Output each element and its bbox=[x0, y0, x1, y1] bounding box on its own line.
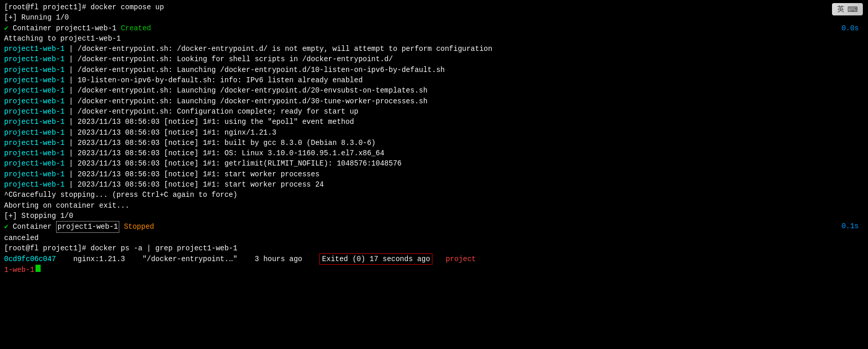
log-msg: | 2023/11/13 08:56:03 [notice] 1#1: usin… bbox=[65, 117, 354, 127]
status-created: Created bbox=[121, 23, 151, 33]
ps-spacer5 bbox=[432, 254, 445, 264]
terminal-line: ✔ Container project1-web-1 Created 0.0s bbox=[4, 23, 864, 33]
terminal-line: canceled bbox=[4, 233, 864, 243]
space bbox=[119, 222, 123, 232]
ps-spacer2 bbox=[125, 254, 142, 264]
terminal-line: ✔ Container project1-web-1 Stopped 0.1s bbox=[4, 221, 864, 232]
created-time: 3 hours ago bbox=[255, 254, 302, 264]
terminal-line: Aborting on container exit... bbox=[4, 200, 864, 211]
container-prefix: project1-web-1 bbox=[4, 54, 65, 64]
log-msg: | 2023/11/13 08:56:03 [notice] 1#1: getr… bbox=[65, 158, 402, 169]
terminal-line: project1-web-1 | 2023/11/13 08:56:03 [no… bbox=[4, 179, 864, 190]
container-prefix: project1-web-1 bbox=[4, 158, 65, 169]
terminal-line: project1-web-1 | 2023/11/13 08:56:03 [no… bbox=[4, 117, 864, 127]
terminal-line-last: 1-web-1 bbox=[4, 265, 864, 275]
terminal-line: project1-web-1 | 10-listen-on-ipv6-by-de… bbox=[4, 75, 864, 85]
log-msg: | /docker-entrypoint.sh: Launching /dock… bbox=[65, 96, 428, 106]
status-stopped: Stopped bbox=[124, 222, 154, 232]
terminal-line: [+] Stopping 1/0 bbox=[4, 211, 864, 221]
terminal-line: Attaching to project1-web-1 bbox=[4, 33, 864, 44]
terminal-line: project1-web-1 | 2023/11/13 08:56:03 [no… bbox=[4, 138, 864, 148]
terminal-line: project1-web-1 | 2023/11/13 08:56:03 [no… bbox=[4, 127, 864, 138]
container-prefix: project1-web-1 bbox=[4, 169, 65, 179]
terminal-line: project1-web-1 | /docker-entrypoint.sh: … bbox=[4, 85, 864, 96]
command-col: "/docker-entrypoint.…" bbox=[142, 254, 238, 264]
container-name-highlight: project1-web-1 bbox=[56, 221, 120, 232]
timestamp-01s: 0.1s bbox=[841, 221, 859, 231]
container-prefix: project1-web-1 bbox=[4, 85, 65, 96]
timestamp-0s: 0.0s bbox=[841, 23, 859, 33]
log-msg: | /docker-entrypoint.sh: /docker-entrypo… bbox=[65, 44, 493, 54]
terminal-line: [+] Running 1/0 bbox=[4, 12, 864, 23]
project-name-part2: 1-web-1 bbox=[4, 265, 34, 275]
log-msg: | 2023/11/13 08:56:03 [notice] 1#1: ngin… bbox=[65, 127, 277, 138]
container-prefix: project1-web-1 bbox=[4, 106, 65, 117]
cursor-block bbox=[35, 265, 41, 272]
ime-keyboard-icon: ⌨ bbox=[847, 5, 858, 13]
prompt-text: [root@fl project1]# docker compose up bbox=[4, 2, 164, 12]
terminal-line: project1-web-1 | /docker-entrypoint.sh: … bbox=[4, 44, 864, 54]
log-msg: | 2023/11/13 08:56:03 [notice] 1#1: buil… bbox=[65, 138, 376, 148]
ps-spacer3 bbox=[238, 254, 255, 264]
log-msg: | /docker-entrypoint.sh: Looking for she… bbox=[65, 54, 393, 64]
terminal-line: ^CGracefully stopping... (press Ctrl+C a… bbox=[4, 190, 864, 200]
container-prefix: project1-web-1 bbox=[4, 44, 65, 54]
log-msg: | 2023/11/13 08:56:03 [notice] 1#1: OS: … bbox=[65, 148, 385, 158]
ps-command-text: [root@fl project1]# docker ps -a | grep … bbox=[4, 243, 238, 253]
aborting-text: Aborting on container exit... bbox=[4, 200, 130, 211]
ps-output-line: 0cd9fc06c047 nginx:1.21.3 "/docker-entry… bbox=[4, 253, 864, 265]
container-prefix: project1-web-1 bbox=[4, 117, 65, 127]
terminal: 英 ⌨ [root@fl project1]# docker compose u… bbox=[0, 0, 868, 349]
log-msg: | 2023/11/13 08:56:03 [notice] 1#1: star… bbox=[65, 179, 324, 190]
ime-indicator[interactable]: 英 ⌨ bbox=[832, 3, 863, 15]
log-msg: | /docker-entrypoint.sh: Launching /dock… bbox=[65, 85, 428, 96]
container-prefix: project1-web-1 bbox=[4, 148, 65, 158]
terminal-line: [root@fl project1]# docker compose up bbox=[4, 2, 864, 12]
graceful-stop-text: ^CGracefully stopping... (press Ctrl+C a… bbox=[4, 190, 238, 200]
log-msg: | /docker-entrypoint.sh: Launching /dock… bbox=[65, 65, 445, 75]
canceled-text: canceled bbox=[4, 233, 39, 243]
log-msg: | /docker-entrypoint.sh: Configuration c… bbox=[65, 106, 358, 117]
terminal-line: project1-web-1 | /docker-entrypoint.sh: … bbox=[4, 96, 864, 106]
checkmark-stopped-icon: ✔ bbox=[4, 222, 8, 232]
image-name: nginx:1.21.3 bbox=[73, 254, 125, 264]
container-prefix: project1-web-1 bbox=[4, 96, 65, 106]
terminal-line: project1-web-1 | /docker-entrypoint.sh: … bbox=[4, 65, 864, 75]
container-prefix: project1-web-1 bbox=[4, 127, 65, 138]
terminal-line: [root@fl project1]# docker ps -a | grep … bbox=[4, 243, 864, 253]
terminal-line: project1-web-1 | 2023/11/13 08:56:03 [no… bbox=[4, 158, 864, 169]
attaching-text: Attaching to project1-web-1 bbox=[4, 33, 121, 44]
running-text: [+] Running 1/0 bbox=[4, 12, 69, 23]
terminal-line: project1-web-1 | /docker-entrypoint.sh: … bbox=[4, 106, 864, 117]
project-name-part1: project bbox=[446, 254, 476, 264]
exited-status: Exited (0) 17 seconds ago bbox=[319, 253, 432, 265]
container-prefix: project1-web-1 bbox=[4, 75, 65, 85]
container-prefix: project1-web-1 bbox=[4, 138, 65, 148]
terminal-line: project1-web-1 | 2023/11/13 08:56:03 [no… bbox=[4, 148, 864, 158]
container-stopped-label: Container bbox=[8, 222, 56, 232]
log-msg: | 10-listen-on-ipv6-by-default.sh: info:… bbox=[65, 75, 363, 85]
container-label: Container project1-web-1 bbox=[8, 23, 120, 33]
stopping-text: [+] Stopping 1/0 bbox=[4, 211, 73, 221]
terminal-line: project1-web-1 | /docker-entrypoint.sh: … bbox=[4, 54, 864, 64]
checkmark-icon: ✔ bbox=[4, 23, 8, 33]
ps-spacer1 bbox=[56, 254, 74, 264]
container-prefix: project1-web-1 bbox=[4, 65, 65, 75]
terminal-line: project1-web-1 | 2023/11/13 08:56:03 [no… bbox=[4, 169, 864, 179]
container-prefix: project1-web-1 bbox=[4, 179, 65, 190]
ime-label: 英 bbox=[837, 5, 844, 14]
log-msg: | 2023/11/13 08:56:03 [notice] 1#1: star… bbox=[65, 169, 320, 179]
ps-spacer4 bbox=[302, 254, 320, 264]
container-id: 0cd9fc06c047 bbox=[4, 254, 56, 264]
